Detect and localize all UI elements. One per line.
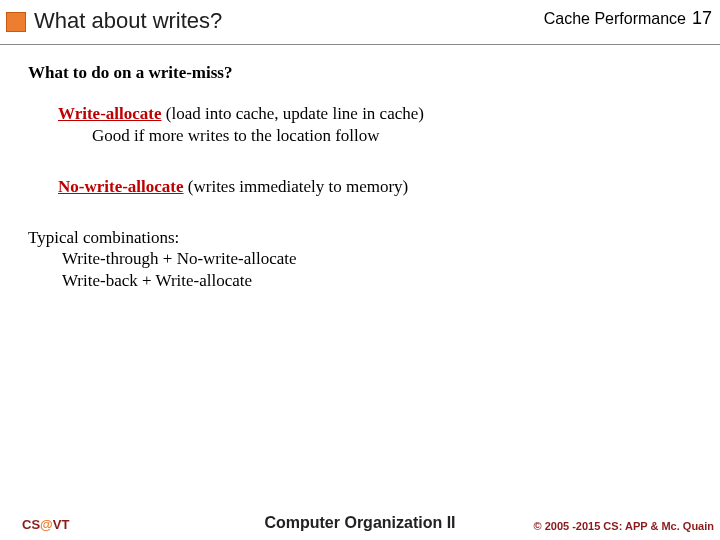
no-write-allocate-desc: (writes immediately to memory) <box>184 177 409 196</box>
no-write-allocate-section: No-write-allocate (writes immediately to… <box>58 176 696 197</box>
page-number: 17 <box>692 8 712 29</box>
no-write-allocate-term: No-write-allocate <box>58 177 184 196</box>
write-allocate-note: Good if more writes to the location foll… <box>92 125 696 146</box>
header: What about writes? Cache Performance 17 <box>0 0 720 44</box>
write-allocate-term: Write-allocate <box>58 104 162 123</box>
write-allocate-section: Write-allocate (load into cache, update … <box>58 103 696 146</box>
typical-heading: Typical combinations: <box>28 227 696 248</box>
typical-combinations: Typical combinations: Write-through + No… <box>28 227 696 291</box>
slide: What about writes? Cache Performance 17 … <box>0 0 720 540</box>
topic-label: Cache Performance <box>544 10 686 28</box>
footer-right: © 2005 -2015 CS: APP & Mc. Quain <box>533 520 714 532</box>
slide-body: What to do on a write-miss? Write-alloca… <box>28 62 696 291</box>
question-text: What to do on a write-miss? <box>28 62 696 83</box>
combo-1: Write-through + No-write-allocate <box>62 248 696 269</box>
header-divider <box>0 44 720 45</box>
slide-title: What about writes? <box>34 8 222 34</box>
combo-2: Write-back + Write-allocate <box>62 270 696 291</box>
footer: CS@VT Computer Organization II © 2005 -2… <box>0 508 720 532</box>
write-allocate-desc: (load into cache, update line in cache) <box>162 104 424 123</box>
title-bullet-icon <box>6 12 26 32</box>
